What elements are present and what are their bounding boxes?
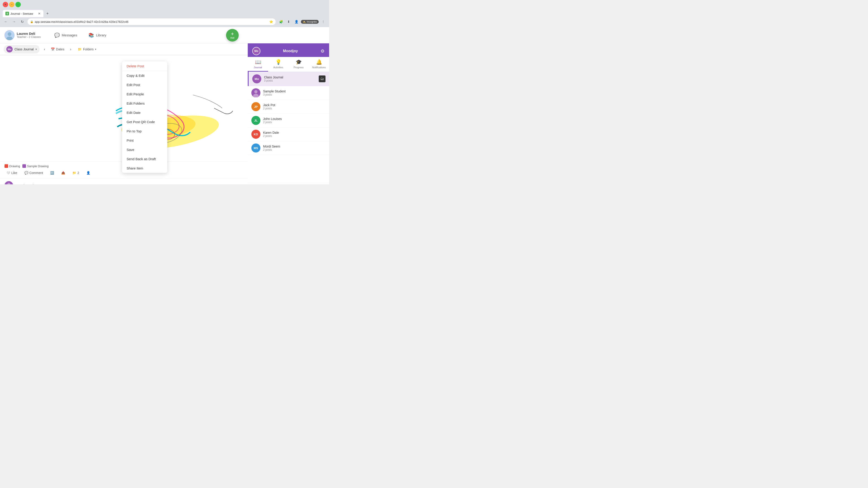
- comment-label: Comment: [29, 171, 43, 175]
- chevron-down-icon: ▾: [35, 48, 37, 51]
- url-input[interactable]: 🔒 app.seesaw.me/#/class/class.e01bf4c2-9…: [27, 18, 276, 25]
- extensions-button[interactable]: 🧩: [278, 19, 284, 25]
- activities-tab-icon: 💡: [275, 59, 281, 65]
- download-button[interactable]: ⬇: [285, 19, 292, 25]
- share-item[interactable]: Share Item: [122, 164, 167, 173]
- folders-label: Folders: [83, 47, 94, 51]
- translate-button[interactable]: 🔤: [49, 170, 56, 175]
- share-button[interactable]: 📤: [59, 170, 67, 175]
- student-entry-ss[interactable]: Sample Student 3 posts: [248, 86, 329, 100]
- messages-nav[interactable]: 💬 Messages: [52, 31, 79, 39]
- author-avatar: [4, 181, 13, 184]
- sidebar-tabs: 📖 Journal 💡 Activities 🎓 Progress 🔔 Noti…: [248, 57, 329, 72]
- notifications-tab-icon: 🔔: [316, 59, 322, 65]
- folder-count-icon: 📁: [72, 171, 76, 175]
- get-qr-code-item[interactable]: Get Post QR Code: [122, 117, 167, 127]
- address-bar: ← → ↻ 🔒 app.seesaw.me/#/class/class.e01b…: [0, 17, 329, 27]
- add-fab-button[interactable]: + Add: [226, 29, 239, 41]
- folders-button[interactable]: 📁 Folders ▾: [75, 46, 98, 52]
- folder-drawing-label: Drawing: [9, 164, 20, 168]
- dates-prev-button[interactable]: ‹: [42, 46, 47, 52]
- sidebar-bottom: ＋ Students ＋ Families: [248, 183, 329, 184]
- class-journal-selector[interactable]: Mo Class Journal ▾: [4, 45, 39, 54]
- messages-label: Messages: [62, 33, 77, 37]
- activities-tab-label: Activities: [273, 66, 283, 69]
- folder-sample-label: Sample Drawing: [27, 164, 49, 168]
- student-info-jp: Jack Pot 2 posts: [263, 103, 326, 110]
- edit-post-item[interactable]: Edit Post: [122, 80, 167, 90]
- window-controls: ✕ − □: [3, 2, 21, 7]
- person-button[interactable]: 👤: [85, 170, 92, 175]
- tab-bar: S Journal - Seesaw ✕ +: [0, 9, 329, 17]
- student-entry-jl[interactable]: JL John Louises 2 posts: [248, 113, 329, 127]
- copy-edit-item[interactable]: Copy & Edit: [122, 71, 167, 80]
- print-item[interactable]: Print: [122, 136, 167, 145]
- dates-nav: ‹ 📅 Dates ›: [42, 46, 73, 52]
- folder-count-button[interactable]: 📁 2: [70, 170, 81, 175]
- post-author: Sample Student: [0, 178, 248, 184]
- svg-point-11: [254, 90, 257, 93]
- class-journal-info: Class Journal 3 posts: [264, 75, 316, 82]
- active-tab[interactable]: S Journal - Seesaw ✕: [3, 10, 43, 17]
- comment-icon: 💬: [24, 171, 28, 175]
- main-content: Mo Class Journal ▾ ‹ 📅 Dates › 📁 Folders…: [0, 43, 329, 184]
- send-back-draft-item[interactable]: Send Back as Draft: [122, 154, 167, 164]
- address-actions: 🧩 ⬇ 👤 🕵 Incognito ⋮: [278, 19, 327, 25]
- back-button[interactable]: ←: [3, 19, 9, 25]
- notifications-tab-label: Notifications: [312, 66, 326, 69]
- settings-icon[interactable]: ⚙: [320, 48, 324, 54]
- student-info-jl: John Louises 2 posts: [263, 117, 326, 124]
- student-entry-ms[interactable]: MS Mordi Seem 2 posts: [248, 141, 329, 155]
- tab-close-button[interactable]: ✕: [38, 12, 41, 15]
- edit-folders-item[interactable]: Edit Folders: [122, 99, 167, 108]
- student-posts-jp: 2 posts: [263, 107, 326, 110]
- students-list: Mo Class Journal 3 posts 🗂: [248, 72, 329, 183]
- minimize-button[interactable]: −: [9, 2, 14, 7]
- heart-icon: 🤍: [6, 171, 10, 175]
- user-avatar: [4, 30, 14, 40]
- maximize-button[interactable]: □: [16, 2, 21, 7]
- library-label: Library: [96, 33, 106, 37]
- tab-progress[interactable]: 🎓 Progress: [288, 57, 309, 72]
- right-sidebar: Mo Moodjoy ⚙ 📖 Journal 💡 Activities 🎓 Pr…: [248, 43, 329, 184]
- comment-button[interactable]: 💬 Comment: [23, 170, 45, 175]
- student-entry-kd[interactable]: KD Karen Dale 2 posts: [248, 127, 329, 141]
- pin-to-top-item[interactable]: Pin to Top: [122, 127, 167, 136]
- reload-button[interactable]: ↻: [19, 19, 25, 25]
- close-button[interactable]: ✕: [3, 2, 8, 7]
- student-avatar-ms: MS: [251, 143, 260, 153]
- author-name: Sample Student: [16, 184, 38, 184]
- journal-tab-label: Journal: [254, 66, 262, 69]
- progress-tab-label: Progress: [293, 66, 304, 69]
- student-info-kd: Karen Dale 2 posts: [263, 131, 326, 138]
- incognito-badge: 🕵 Incognito: [301, 20, 319, 24]
- student-entry-jp[interactable]: JP Jack Pot 2 posts: [248, 100, 329, 113]
- forward-button[interactable]: →: [11, 19, 17, 25]
- library-nav[interactable]: 📚 Library: [86, 31, 108, 39]
- save-item[interactable]: Save: [122, 145, 167, 154]
- tab-activities[interactable]: 💡 Activities: [268, 57, 288, 72]
- dates-button[interactable]: 📅 Dates: [49, 46, 67, 52]
- like-button[interactable]: 🤍 Like: [4, 170, 19, 175]
- student-name-ms: Mordi Seem: [263, 144, 326, 148]
- student-name-jl: John Louises: [263, 117, 326, 121]
- dates-next-button[interactable]: ›: [68, 46, 73, 52]
- journal-header: Mo Class Journal ▾ ‹ 📅 Dates › 📁 Folders…: [0, 43, 248, 55]
- menu-button[interactable]: ⋮: [320, 19, 327, 25]
- class-journal-entry[interactable]: Mo Class Journal 3 posts 🗂: [248, 72, 329, 86]
- delete-post-item[interactable]: Delete Post: [122, 61, 167, 71]
- share-icon: 📤: [61, 171, 65, 175]
- student-avatar-jl: JL: [251, 116, 260, 125]
- calendar-icon: 📅: [51, 47, 55, 51]
- new-tab-button[interactable]: +: [44, 10, 51, 17]
- person-icon: 👤: [86, 171, 90, 175]
- tab-journal[interactable]: 📖 Journal: [248, 57, 268, 72]
- journal-panel: Mo Class Journal ▾ ‹ 📅 Dates › 📁 Folders…: [0, 43, 248, 184]
- student-name-ss: Sample Student: [263, 90, 326, 93]
- translate-icon: 🔤: [50, 171, 54, 175]
- tab-notifications[interactable]: 🔔 Notifications: [309, 57, 329, 72]
- edit-people-item[interactable]: Edit People: [122, 90, 167, 99]
- student-posts-ms: 2 posts: [263, 148, 326, 151]
- edit-date-item[interactable]: Edit Date: [122, 108, 167, 117]
- profile-button[interactable]: 👤: [293, 19, 300, 25]
